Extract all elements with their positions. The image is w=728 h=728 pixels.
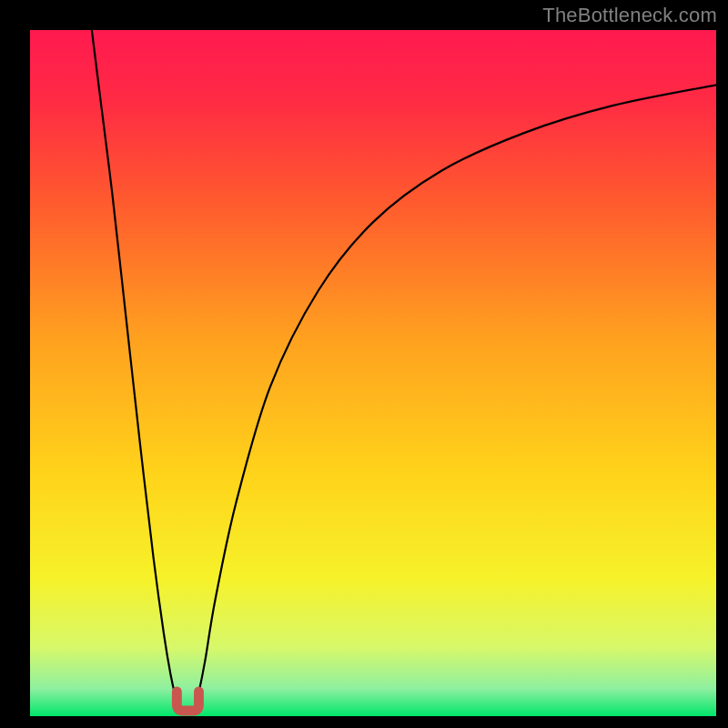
outer-frame: TheBottleneck.com [0,0,728,728]
watermark-text: TheBottleneck.com [542,4,717,27]
chart-canvas [30,30,716,716]
plot-area [30,30,716,716]
